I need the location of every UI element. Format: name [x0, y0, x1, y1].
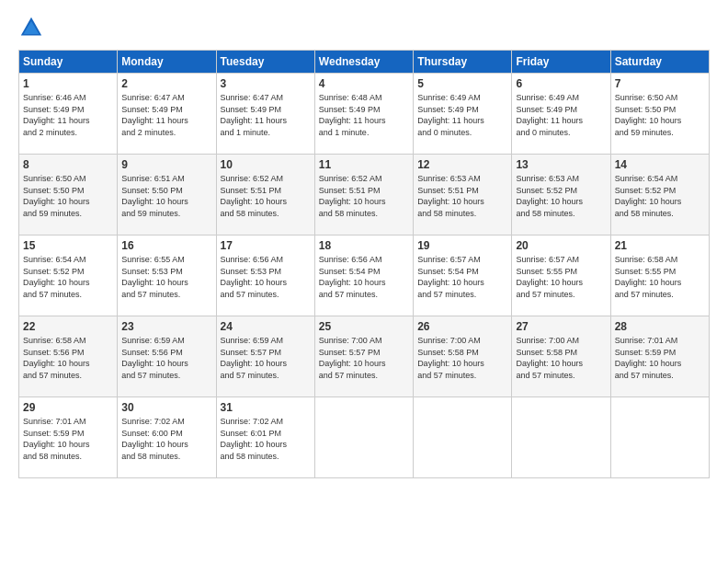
day-info: Sunrise: 7:02 AM Sunset: 6:00 PM Dayligh… [121, 416, 211, 462]
day-info: Sunrise: 6:58 AM Sunset: 5:55 PM Dayligh… [615, 254, 705, 300]
day-cell: 11Sunrise: 6:52 AM Sunset: 5:51 PM Dayli… [314, 155, 413, 236]
day-number: 19 [417, 239, 507, 252]
day-number: 12 [417, 158, 507, 171]
header-cell-tuesday: Tuesday [216, 51, 314, 74]
day-number: 29 [23, 401, 113, 414]
day-cell: 12Sunrise: 6:53 AM Sunset: 5:51 PM Dayli… [414, 155, 512, 236]
day-number: 5 [417, 77, 507, 90]
day-cell: 30Sunrise: 7:02 AM Sunset: 6:00 PM Dayli… [118, 397, 216, 478]
week-row-3: 15Sunrise: 6:54 AM Sunset: 5:52 PM Dayli… [19, 236, 710, 316]
day-info: Sunrise: 6:46 AM Sunset: 5:49 PM Dayligh… [23, 92, 113, 138]
day-cell: 10Sunrise: 6:52 AM Sunset: 5:51 PM Dayli… [216, 155, 314, 236]
day-info: Sunrise: 6:54 AM Sunset: 5:52 PM Dayligh… [615, 173, 705, 219]
day-number: 10 [221, 158, 311, 171]
page: SundayMondayTuesdayWednesdayThursdayFrid… [0, 0, 728, 563]
day-cell: 15Sunrise: 6:54 AM Sunset: 5:52 PM Dayli… [19, 236, 118, 316]
day-number: 11 [319, 158, 409, 171]
day-cell: 5Sunrise: 6:49 AM Sunset: 5:49 PM Daylig… [414, 74, 512, 155]
calendar-table: SundayMondayTuesdayWednesdayThursdayFrid… [18, 50, 710, 478]
day-number: 7 [615, 77, 705, 90]
day-cell [512, 397, 610, 478]
day-info: Sunrise: 6:58 AM Sunset: 5:56 PM Dayligh… [23, 335, 113, 381]
day-cell: 29Sunrise: 7:01 AM Sunset: 5:59 PM Dayli… [19, 397, 118, 478]
day-info: Sunrise: 6:50 AM Sunset: 5:50 PM Dayligh… [23, 173, 113, 219]
day-number: 21 [615, 239, 705, 252]
day-number: 20 [516, 239, 606, 252]
day-info: Sunrise: 6:59 AM Sunset: 5:57 PM Dayligh… [221, 335, 311, 381]
calendar-header: SundayMondayTuesdayWednesdayThursdayFrid… [19, 51, 710, 74]
day-number: 28 [615, 320, 705, 333]
day-info: Sunrise: 7:00 AM Sunset: 5:57 PM Dayligh… [319, 335, 409, 381]
day-cell: 4Sunrise: 6:48 AM Sunset: 5:49 PM Daylig… [314, 74, 413, 155]
day-cell: 22Sunrise: 6:58 AM Sunset: 5:56 PM Dayli… [19, 316, 118, 397]
day-info: Sunrise: 7:00 AM Sunset: 5:58 PM Dayligh… [516, 335, 606, 381]
day-info: Sunrise: 7:01 AM Sunset: 5:59 PM Dayligh… [23, 416, 113, 462]
day-cell: 25Sunrise: 7:00 AM Sunset: 5:57 PM Dayli… [314, 316, 413, 397]
day-info: Sunrise: 6:52 AM Sunset: 5:51 PM Dayligh… [319, 173, 409, 219]
header-row: SundayMondayTuesdayWednesdayThursdayFrid… [19, 51, 710, 74]
header-cell-sunday: Sunday [19, 51, 118, 74]
day-number: 13 [516, 158, 606, 171]
day-info: Sunrise: 6:55 AM Sunset: 5:53 PM Dayligh… [121, 254, 211, 300]
day-cell: 7Sunrise: 6:50 AM Sunset: 5:50 PM Daylig… [610, 74, 709, 155]
day-cell: 20Sunrise: 6:57 AM Sunset: 5:55 PM Dayli… [512, 236, 610, 316]
day-number: 26 [417, 320, 507, 333]
day-number: 24 [221, 320, 311, 333]
day-info: Sunrise: 6:56 AM Sunset: 5:54 PM Dayligh… [319, 254, 409, 300]
day-cell: 23Sunrise: 6:59 AM Sunset: 5:56 PM Dayli… [118, 316, 216, 397]
day-cell [314, 397, 413, 478]
day-number: 9 [121, 158, 211, 171]
day-number: 2 [121, 77, 211, 90]
day-info: Sunrise: 6:56 AM Sunset: 5:53 PM Dayligh… [221, 254, 311, 300]
day-cell [414, 397, 512, 478]
day-info: Sunrise: 6:53 AM Sunset: 5:52 PM Dayligh… [516, 173, 606, 219]
logo-icon [18, 15, 44, 40]
day-number: 1 [23, 77, 113, 90]
day-cell: 8Sunrise: 6:50 AM Sunset: 5:50 PM Daylig… [19, 155, 118, 236]
day-info: Sunrise: 6:47 AM Sunset: 5:49 PM Dayligh… [121, 92, 211, 138]
day-number: 4 [319, 77, 409, 90]
day-number: 17 [221, 239, 311, 252]
header-cell-monday: Monday [118, 51, 216, 74]
day-info: Sunrise: 6:50 AM Sunset: 5:50 PM Dayligh… [615, 92, 705, 138]
header-cell-wednesday: Wednesday [314, 51, 413, 74]
day-cell: 21Sunrise: 6:58 AM Sunset: 5:55 PM Dayli… [610, 236, 709, 316]
header [18, 15, 710, 40]
day-number: 27 [516, 320, 606, 333]
day-cell: 24Sunrise: 6:59 AM Sunset: 5:57 PM Dayli… [216, 316, 314, 397]
day-cell: 18Sunrise: 6:56 AM Sunset: 5:54 PM Dayli… [314, 236, 413, 316]
day-number: 18 [319, 239, 409, 252]
day-number: 31 [221, 401, 311, 414]
day-info: Sunrise: 6:49 AM Sunset: 5:49 PM Dayligh… [516, 92, 606, 138]
day-cell: 26Sunrise: 7:00 AM Sunset: 5:58 PM Dayli… [414, 316, 512, 397]
header-cell-saturday: Saturday [610, 51, 709, 74]
day-number: 16 [121, 239, 211, 252]
day-number: 8 [23, 158, 113, 171]
day-info: Sunrise: 6:52 AM Sunset: 5:51 PM Dayligh… [221, 173, 311, 219]
header-cell-thursday: Thursday [414, 51, 512, 74]
day-cell: 9Sunrise: 6:51 AM Sunset: 5:50 PM Daylig… [118, 155, 216, 236]
day-info: Sunrise: 6:51 AM Sunset: 5:50 PM Dayligh… [121, 173, 211, 219]
day-info: Sunrise: 6:47 AM Sunset: 5:49 PM Dayligh… [221, 92, 311, 138]
day-number: 30 [121, 401, 211, 414]
day-number: 25 [319, 320, 409, 333]
day-info: Sunrise: 6:48 AM Sunset: 5:49 PM Dayligh… [319, 92, 409, 138]
calendar-body: 1Sunrise: 6:46 AM Sunset: 5:49 PM Daylig… [19, 74, 710, 478]
day-cell: 28Sunrise: 7:01 AM Sunset: 5:59 PM Dayli… [610, 316, 709, 397]
logo [18, 15, 46, 40]
day-cell: 27Sunrise: 7:00 AM Sunset: 5:58 PM Dayli… [512, 316, 610, 397]
day-cell: 13Sunrise: 6:53 AM Sunset: 5:52 PM Dayli… [512, 155, 610, 236]
day-info: Sunrise: 6:49 AM Sunset: 5:49 PM Dayligh… [417, 92, 507, 138]
week-row-1: 1Sunrise: 6:46 AM Sunset: 5:49 PM Daylig… [19, 74, 710, 155]
day-cell: 31Sunrise: 7:02 AM Sunset: 6:01 PM Dayli… [216, 397, 314, 478]
day-info: Sunrise: 6:57 AM Sunset: 5:55 PM Dayligh… [516, 254, 606, 300]
day-cell: 17Sunrise: 6:56 AM Sunset: 5:53 PM Dayli… [216, 236, 314, 316]
header-cell-friday: Friday [512, 51, 610, 74]
day-info: Sunrise: 6:59 AM Sunset: 5:56 PM Dayligh… [121, 335, 211, 381]
day-number: 3 [221, 77, 311, 90]
day-info: Sunrise: 6:57 AM Sunset: 5:54 PM Dayligh… [417, 254, 507, 300]
week-row-5: 29Sunrise: 7:01 AM Sunset: 5:59 PM Dayli… [19, 397, 710, 478]
day-info: Sunrise: 6:53 AM Sunset: 5:51 PM Dayligh… [417, 173, 507, 219]
day-cell: 16Sunrise: 6:55 AM Sunset: 5:53 PM Dayli… [118, 236, 216, 316]
week-row-4: 22Sunrise: 6:58 AM Sunset: 5:56 PM Dayli… [19, 316, 710, 397]
